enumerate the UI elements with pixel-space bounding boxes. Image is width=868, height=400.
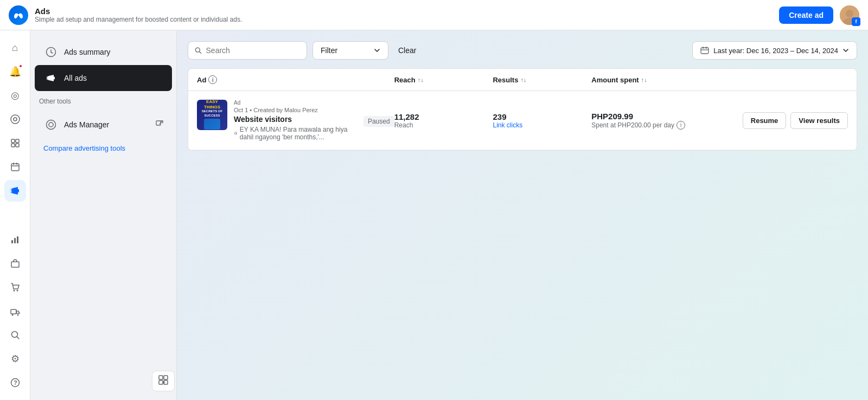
sidebar-icon-shop[interactable] <box>4 253 26 274</box>
ads-manager-icon <box>43 117 59 132</box>
status-badge: Paused <box>363 116 394 127</box>
svg-rect-40 <box>701 48 709 54</box>
ads-table: Ad i Reach ↑↓ Results ↑↓ Amount spent ↑↓ <box>188 68 857 151</box>
table-row: EASY THINGS SECRETS OF SUCCESS Ad Oct 1 … <box>188 91 857 150</box>
svg-point-3 <box>11 115 20 124</box>
svg-rect-5 <box>11 139 15 143</box>
header-subtitle: Simple ad setup and management for boost… <box>35 16 242 23</box>
col-reach: Reach ↑↓ <box>394 76 493 84</box>
search-box-icon <box>195 47 202 54</box>
svg-point-35 <box>47 120 56 130</box>
icon-sidebar-bottom: ⚙ ? <box>4 229 26 393</box>
sidebar-icon-settings[interactable]: ⚙ <box>4 348 26 370</box>
svg-rect-44 <box>159 376 163 379</box>
amount-meta: Spent at PHP200.00 per day i <box>591 121 739 130</box>
sidebar-icon-search[interactable] <box>4 324 26 346</box>
svg-rect-17 <box>11 240 13 243</box>
svg-rect-37 <box>156 121 161 125</box>
svg-rect-31 <box>54 77 55 80</box>
amount-sort-icon[interactable]: ↑↓ <box>641 76 647 83</box>
speaker-icon <box>234 130 238 137</box>
top-header: Ads Simple ad setup and management for b… <box>0 0 868 30</box>
content-area: Filter Clear Last year: Dec 16, 2023 – D… <box>177 30 868 400</box>
all-ads-label: All ads <box>64 74 87 82</box>
meta-logo <box>9 5 28 25</box>
reach-cell: 11,282 Reach <box>394 112 493 129</box>
avatar-fb-badge: f <box>852 17 860 26</box>
amount-info-icon[interactable]: i <box>676 121 685 130</box>
svg-rect-45 <box>164 376 168 379</box>
svg-point-24 <box>11 314 13 316</box>
results-value: 239 <box>493 112 591 121</box>
ad-desc: EY KA MUNA! Para mawala ang hiya dahil n… <box>234 126 350 141</box>
svg-point-22 <box>16 290 18 292</box>
svg-rect-46 <box>159 380 163 384</box>
svg-rect-9 <box>11 164 19 171</box>
ad-meta: Oct 1 • Created by Malou Perez <box>234 107 350 113</box>
sidebar-icon-calendar[interactable] <box>4 156 26 178</box>
svg-point-25 <box>17 314 18 316</box>
header-title: Ads <box>35 7 242 16</box>
search-input[interactable] <box>206 46 300 55</box>
reach-label: Reach <box>394 121 493 129</box>
col-results: Results ↑↓ <box>493 76 591 84</box>
ads-manager-label: Ads Manager <box>64 120 109 129</box>
header-right: Create ad f <box>779 5 859 25</box>
ad-info: Ad Oct 1 • Created by Malou Perez Websit… <box>234 100 350 141</box>
icon-sidebar: ⌂ 🔔 ◎ <box>0 30 30 400</box>
main-layout: ⌂ 🔔 ◎ <box>0 30 868 400</box>
results-cell: 239 Link clicks <box>493 112 591 129</box>
external-link-icon <box>156 120 163 130</box>
megaphone-icon <box>43 70 59 86</box>
sidebar-icon-notifications[interactable]: 🔔 <box>4 61 26 82</box>
svg-rect-20 <box>11 262 19 267</box>
sidebar-item-ads-summary[interactable]: Ads summary <box>35 39 172 65</box>
left-panel: Ads summary All ads Other tools <box>30 30 177 400</box>
svg-rect-7 <box>11 144 15 147</box>
filter-button[interactable]: Filter <box>312 41 388 60</box>
svg-rect-8 <box>16 144 19 147</box>
sidebar-icon-cart[interactable] <box>4 276 26 298</box>
bottom-panel-toggle[interactable] <box>152 371 175 391</box>
sidebar-icon-pages[interactable] <box>4 132 26 154</box>
ad-tag-label: Ad <box>234 100 350 106</box>
results-sort-icon[interactable]: ↑↓ <box>520 76 526 83</box>
col-ad: Ad i <box>197 75 394 84</box>
view-results-button[interactable]: View results <box>790 112 848 129</box>
sidebar-icon-analytics[interactable]: ◎ <box>4 85 26 106</box>
ad-info-icon[interactable]: i <box>208 75 217 84</box>
amount-cell: PHP209.99 Spent at PHP200.00 per day i <box>591 112 739 130</box>
compare-tools-link[interactable]: Compare advertising tools <box>35 140 172 157</box>
toolbar: Filter Clear Last year: Dec 16, 2023 – D… <box>188 41 857 60</box>
clock-icon <box>43 44 59 60</box>
search-box[interactable] <box>188 41 307 60</box>
table-header: Ad i Reach ↑↓ Results ↑↓ Amount spent ↑↓ <box>188 69 857 91</box>
svg-point-36 <box>49 122 53 127</box>
reach-sort-icon[interactable]: ↑↓ <box>418 76 424 83</box>
svg-point-4 <box>14 118 17 121</box>
svg-line-39 <box>199 51 201 53</box>
svg-point-21 <box>13 290 15 292</box>
sidebar-item-ads-manager[interactable]: Ads Manager <box>35 112 172 138</box>
date-range-button[interactable]: Last year: Dec 16, 2023 – Dec 14, 2024 <box>692 41 857 60</box>
sidebar-icon-delivery[interactable] <box>4 300 26 322</box>
sidebar-icon-home[interactable]: ⌂ <box>4 37 26 59</box>
amount-label: Spent at PHP200.00 per day <box>591 121 674 129</box>
col-amount-spent: Amount spent ↑↓ <box>591 76 739 84</box>
calendar-icon <box>700 46 709 55</box>
sidebar-icon-messages[interactable] <box>4 108 26 130</box>
user-avatar-group[interactable]: f <box>840 5 859 25</box>
sidebar-icon-chart[interactable] <box>4 229 26 250</box>
create-ad-button[interactable]: Create ad <box>779 7 833 24</box>
resume-button[interactable]: Resume <box>743 112 787 129</box>
chevron-down-icon <box>374 47 380 54</box>
svg-rect-6 <box>16 139 19 143</box>
sidebar-icon-help[interactable]: ? <box>4 372 26 393</box>
svg-point-1 <box>846 10 853 17</box>
sidebar-icon-ads[interactable] <box>4 180 26 202</box>
sidebar-item-all-ads[interactable]: All ads <box>35 65 172 91</box>
svg-rect-23 <box>11 309 16 314</box>
svg-rect-19 <box>17 236 18 243</box>
ad-name: Website visitors <box>234 115 350 124</box>
clear-button[interactable]: Clear <box>394 44 420 57</box>
